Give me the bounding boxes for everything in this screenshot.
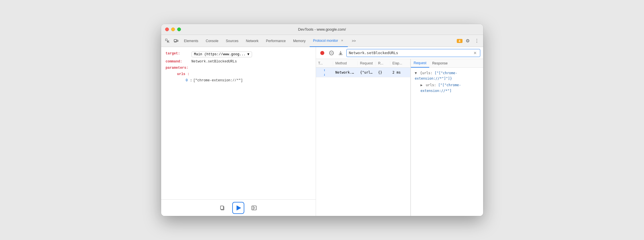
- tab-elements[interactable]: Elements: [181, 35, 202, 47]
- command-label: command:: [166, 60, 192, 64]
- tab-console[interactable]: Console: [202, 35, 222, 47]
- tab-close-icon[interactable]: ✕: [340, 38, 344, 43]
- parameters-label: parameters:: [166, 66, 192, 70]
- notification-badge[interactable]: 4: [457, 39, 462, 43]
- td-method: Network.setBloc...: [333, 70, 358, 74]
- detail-panel: Request Response ▼ {urls: ["["chrome-ext…: [411, 59, 483, 216]
- right-panel: ✕ T... Method Request: [316, 47, 483, 216]
- tab-response[interactable]: Response: [429, 59, 450, 68]
- svg-point-10: [320, 51, 324, 55]
- target-label: target:: [166, 52, 192, 56]
- index-label: 0: [186, 78, 188, 82]
- device-mode-icon[interactable]: [172, 37, 180, 45]
- svg-rect-1: [174, 40, 177, 42]
- right-toolbar: ✕: [316, 47, 483, 59]
- play-icon: [237, 205, 241, 211]
- left-panel: target: Main (https://www.goog... ▼ comm…: [161, 47, 316, 216]
- svg-rect-5: [220, 206, 223, 209]
- svg-rect-2: [177, 40, 178, 42]
- td-request: {"url...: [358, 70, 376, 74]
- svg-rect-6: [252, 206, 256, 210]
- index-value: ["chrome-extension://*"]: [193, 78, 311, 82]
- th-r: R...: [376, 61, 390, 65]
- toolbar-right: 4 ⚙ ⋮: [457, 37, 481, 45]
- tab-sources[interactable]: Sources: [223, 35, 242, 47]
- more-options-icon[interactable]: ⋮: [473, 37, 481, 45]
- select-element-icon[interactable]: [163, 37, 171, 45]
- detail-line-1: ▼ {urls: ["["chrome-extension://*"]"]}: [415, 70, 479, 81]
- tab-network[interactable]: Network: [243, 35, 262, 47]
- clear-icon[interactable]: [328, 50, 335, 56]
- td-response: {}: [376, 70, 390, 74]
- close-button[interactable]: [165, 27, 169, 31]
- left-panel-body: target: Main (https://www.goog... ▼ comm…: [161, 47, 316, 199]
- tab-memory[interactable]: Memory: [290, 35, 309, 47]
- index-row: 0 : ["chrome-extension://*"]: [166, 78, 311, 82]
- colon: :: [190, 78, 192, 82]
- search-clear-icon[interactable]: ✕: [473, 50, 478, 56]
- download-icon[interactable]: [337, 50, 344, 56]
- right-content: T... Method Request R... Elap...: [316, 59, 483, 216]
- svg-line-9: [254, 208, 255, 208]
- target-value: Main (https://www.goog...: [194, 52, 246, 56]
- th-type: T...: [316, 61, 333, 65]
- req-res-tabs: Request Response: [411, 59, 483, 68]
- tab-request[interactable]: Request: [411, 59, 430, 68]
- expand-icon-2[interactable]: ▶: [421, 83, 423, 87]
- urls-label: urls :: [177, 72, 203, 76]
- left-panel-footer: [161, 199, 316, 216]
- tab-performance[interactable]: Performance: [263, 35, 289, 47]
- td-elapsed: 2 ms: [390, 70, 410, 74]
- th-request: Request: [358, 61, 376, 65]
- settings-icon[interactable]: ⚙: [464, 37, 472, 45]
- target-row: target: Main (https://www.goog... ▼: [166, 52, 311, 57]
- copy-icon[interactable]: [218, 204, 227, 212]
- titlebar: DevTools - www.google.com/: [161, 24, 483, 35]
- dropdown-arrow-icon: ▼: [247, 52, 249, 56]
- th-elapsed: Elap...: [390, 61, 410, 65]
- devtools-window: DevTools - www.google.com/ Elements Cons…: [161, 24, 483, 216]
- tab-toolbar: Elements Console Sources Network Perform…: [161, 35, 483, 47]
- th-method: Method: [333, 61, 358, 65]
- svg-rect-0: [165, 39, 167, 41]
- sidebar-toggle-icon[interactable]: [250, 204, 258, 212]
- table-area: T... Method Request R... Elap...: [316, 59, 411, 216]
- maximize-button[interactable]: [177, 27, 181, 31]
- window-title: DevTools - www.google.com/: [298, 27, 346, 32]
- record-icon[interactable]: [319, 50, 326, 56]
- run-button[interactable]: [232, 202, 244, 214]
- tab-protocol-monitor[interactable]: Protocol monitor ✕: [310, 35, 348, 47]
- detail-line-2: ▶ urls: ["["chrome-extension://*"]: [415, 82, 479, 93]
- urls-row: urls :: [166, 72, 311, 76]
- expand-icon[interactable]: ▼: [415, 71, 417, 75]
- command-value: Network.setBlockedURLs: [192, 60, 311, 64]
- table-header: T... Method Request R... Elap...: [316, 59, 410, 68]
- main-content: target: Main (https://www.goog... ▼ comm…: [161, 47, 483, 216]
- more-tabs-button[interactable]: >>: [348, 35, 359, 47]
- parameters-row: parameters:: [166, 66, 311, 70]
- table-row[interactable]: ↑ ↓ Network.setBloc... {"url... {}: [316, 68, 410, 77]
- arrows-icon: ↑ ↓: [323, 68, 325, 76]
- detail-key-2: urls:: [426, 83, 438, 87]
- detail-area: ▼ {urls: ["["chrome-extension://*"]"]} ▶…: [411, 68, 483, 216]
- detail-key-1: {urls:: [420, 71, 435, 75]
- command-row: command: Network.setBlockedURLs: [166, 60, 311, 64]
- target-dropdown[interactable]: Main (https://www.goog... ▼: [192, 52, 252, 57]
- parameters-section: urls : 0 : ["chrome-extension://*"]: [166, 72, 311, 82]
- search-input[interactable]: [349, 51, 473, 55]
- search-input-wrap[interactable]: ✕: [346, 49, 480, 57]
- td-type: ↑ ↓: [316, 68, 333, 76]
- minimize-button[interactable]: [171, 27, 175, 31]
- traffic-lights: [165, 27, 181, 31]
